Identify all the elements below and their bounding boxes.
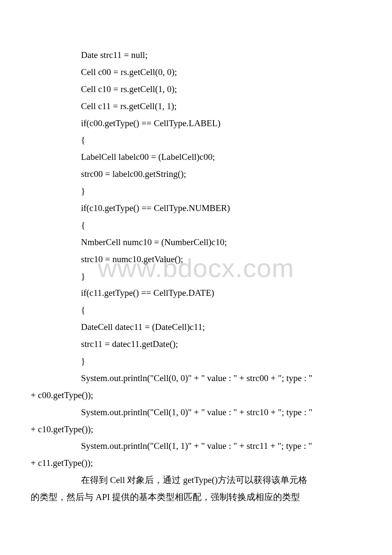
code-line: strc10 = numc10.getValue(); — [31, 251, 361, 268]
code-line: { — [31, 217, 361, 234]
code-line: strc11 = datec11.getDate(); — [31, 336, 361, 353]
code-line: Cell c10 = rs.getCell(1, 0); — [31, 81, 361, 98]
document-page: Date strc11 = null; Cell c00 = rs.getCel… — [0, 0, 392, 523]
code-block: System.out.println("Cell(1, 0)" + " valu… — [31, 404, 361, 438]
code-line: strc00 = labelc00.getString(); — [31, 166, 361, 183]
code-line: } — [31, 353, 361, 370]
code-line-continuation: + c00.getType()); — [31, 387, 361, 404]
prose-line: 在得到 Cell 对象后，通过 getType()方法可以获得该单元格 — [31, 472, 361, 489]
code-line: System.out.println("Cell(1, 1)" + " valu… — [31, 438, 361, 455]
code-line: Cell c00 = rs.getCell(0, 0); — [31, 64, 361, 81]
code-line: if(c00.getType() == CellType.LABEL) — [31, 115, 361, 132]
code-line: } — [31, 183, 361, 200]
code-block: System.out.println("Cell(0, 0)" + " valu… — [31, 370, 361, 404]
code-line: Date strc11 = null; — [31, 47, 361, 64]
code-line-continuation: + c11.getType()); — [31, 455, 361, 472]
code-line: System.out.println("Cell(0, 0)" + " valu… — [31, 370, 361, 387]
code-line-continuation: + c10.getType()); — [31, 421, 361, 438]
prose-line-continuation: 的类型，然后与 API 提供的基本类型相匹配，强制转换成相应的类型 — [31, 489, 361, 506]
code-line: if(c11.getType() == CellType.DATE) — [31, 285, 361, 302]
code-line: if(c10.getType() == CellType.NUMBER) — [31, 200, 361, 217]
code-line: { — [31, 302, 361, 319]
code-line: { — [31, 132, 361, 149]
code-line: Cell c11 = rs.getCell(1, 1); — [31, 98, 361, 115]
code-line: DateCell datec11 = (DateCell)c11; — [31, 319, 361, 336]
code-line: LabelCell labelc00 = (LabelCell)c00; — [31, 149, 361, 166]
code-line: NmberCell numc10 = (NumberCell)c10; — [31, 234, 361, 251]
code-line: } — [31, 268, 361, 285]
code-block: System.out.println("Cell(1, 1)" + " valu… — [31, 438, 361, 472]
code-line: System.out.println("Cell(1, 0)" + " valu… — [31, 404, 361, 421]
prose-paragraph: 在得到 Cell 对象后，通过 getType()方法可以获得该单元格 的类型，… — [31, 472, 361, 506]
